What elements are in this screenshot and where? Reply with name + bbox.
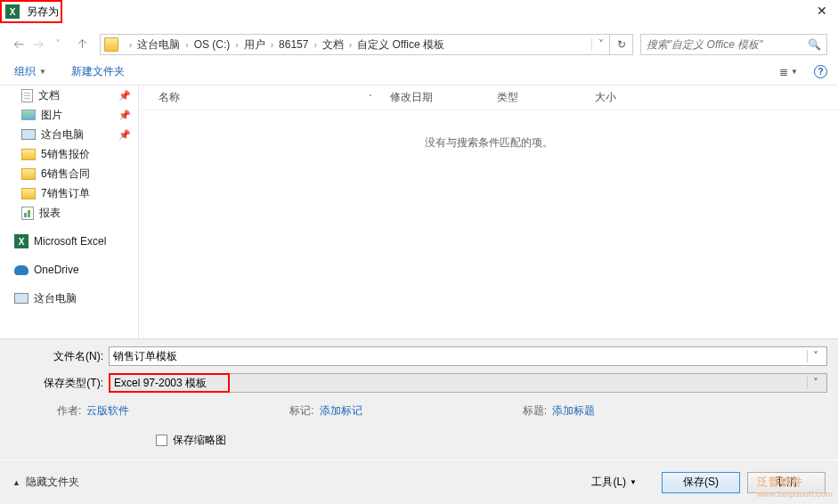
back-button[interactable]: 🡠 xyxy=(9,35,28,54)
chevron-down-icon: ▼ xyxy=(630,478,637,486)
sidebar-item-label: 这台电脑 xyxy=(41,127,84,142)
folder-icon xyxy=(104,37,118,52)
filetype-combo[interactable]: Excel 97-2003 模板 xyxy=(109,373,230,393)
monitor-icon xyxy=(14,293,28,304)
sidebar-item-onedrive[interactable]: OneDrive xyxy=(0,260,138,280)
monitor-icon xyxy=(21,129,36,140)
breadcrumb[interactable]: 文档 xyxy=(322,37,344,53)
sidebar-item-documents[interactable]: 文档📌 xyxy=(0,85,138,105)
sidebar-item-label: 5销售报价 xyxy=(41,147,90,162)
organize-label: 组织 xyxy=(14,64,36,79)
filetype-label: 保存类型(T): xyxy=(27,376,103,391)
save-button[interactable]: 保存(S) xyxy=(662,472,740,493)
filetype-value: Excel 97-2003 模板 xyxy=(114,376,207,391)
new-folder-label: 新建文件夹 xyxy=(71,64,125,79)
title-label: 标题: xyxy=(523,404,547,417)
sidebar-item-label: 6销售合同 xyxy=(41,167,90,182)
sidebar-item-reports[interactable]: 报表 xyxy=(0,203,138,223)
breadcrumb[interactable]: OS (C:) xyxy=(194,38,231,51)
address-dropdown[interactable]: ˅ xyxy=(591,38,609,51)
author-label: 作者: xyxy=(57,404,81,417)
breadcrumb[interactable]: 86157 xyxy=(279,38,308,51)
chevron-down-icon: ▼ xyxy=(39,68,46,76)
organize-menu[interactable]: 组织▼ xyxy=(14,64,46,79)
chevron-right-icon[interactable]: › xyxy=(185,40,188,50)
breadcrumb[interactable]: 用户 xyxy=(244,37,265,53)
help-button[interactable]: ? xyxy=(814,65,827,78)
col-size[interactable]: 大小 xyxy=(595,90,666,105)
cancel-label: 取消 xyxy=(776,475,797,490)
pin-icon[interactable]: 📌 xyxy=(118,90,131,102)
search-icon[interactable]: 🔍 xyxy=(808,38,821,51)
sidebar-item-label: 这台电脑 xyxy=(34,291,77,306)
filetype-combo-ext[interactable]: ˅ xyxy=(230,373,827,393)
sidebar-item-label: OneDrive xyxy=(34,264,79,276)
chevron-down-icon[interactable]: ˅ xyxy=(807,350,823,362)
cloud-icon xyxy=(14,265,28,275)
folder-icon xyxy=(21,149,36,160)
picture-icon xyxy=(21,110,36,120)
sidebar-item-folder[interactable]: 5销售报价 xyxy=(0,144,138,164)
address-bar[interactable]: › 这台电脑› OS (C:)› 用户› 86157› 文档› 自定义 Offi… xyxy=(100,34,633,55)
sidebar-item-thispc[interactable]: 这台电脑📌 xyxy=(0,125,138,144)
tag-label: 标记: xyxy=(289,404,313,417)
refresh-button[interactable]: ↻ xyxy=(609,35,632,54)
sidebar-item-excel[interactable]: XMicrosoft Excel xyxy=(0,232,138,251)
sidebar-item-label: 7销售订单 xyxy=(41,186,90,201)
col-label: 名称 xyxy=(159,90,180,105)
sidebar-item-pictures[interactable]: 图片📌 xyxy=(0,105,138,125)
chevron-down-icon[interactable]: ˅ xyxy=(807,377,823,389)
breadcrumb[interactable]: 自定义 Office 模板 xyxy=(357,37,444,53)
sidebar-item-label: 报表 xyxy=(39,206,61,221)
empty-message: 没有与搜索条件匹配的项。 xyxy=(139,135,838,150)
pin-icon[interactable]: 📌 xyxy=(118,129,131,141)
pin-icon[interactable]: 📌 xyxy=(118,110,131,121)
chevron-right-icon[interactable]: › xyxy=(129,40,132,50)
file-list-pane: 名称˄ 修改日期 类型 大小 没有与搜索条件匹配的项。 xyxy=(139,85,838,338)
sidebar-item-folder[interactable]: 6销售合同 xyxy=(0,164,138,183)
nav-bar: 🡠 🡢 ˅ 🡡 › 这台电脑› OS (C:)› 用户› 86157› 文档› … xyxy=(0,31,838,58)
filename-input[interactable] xyxy=(113,350,807,362)
breadcrumb[interactable]: 这台电脑 xyxy=(137,37,180,53)
sidebar: 文档📌 图片📌 这台电脑📌 5销售报价 6销售合同 7销售订单 报表 XMicr… xyxy=(0,85,139,338)
cancel-button[interactable]: 取消 xyxy=(747,472,826,493)
search-input[interactable] xyxy=(641,35,826,54)
tools-label: 工具(L) xyxy=(591,475,626,490)
sidebar-item-label: 图片 xyxy=(41,108,62,123)
col-name[interactable]: 名称˄ xyxy=(159,90,390,105)
view-options-button[interactable]: ≣▼ xyxy=(779,66,798,78)
col-type[interactable]: 类型 xyxy=(497,90,595,105)
title-value[interactable]: 添加标题 xyxy=(552,404,595,417)
sort-indicator-icon: ˄ xyxy=(369,93,372,102)
hide-folders-label: 隐藏文件夹 xyxy=(26,475,79,490)
document-icon xyxy=(21,89,33,102)
thumbnail-label[interactable]: 保存缩略图 xyxy=(173,433,226,448)
sidebar-item-pc[interactable]: 这台电脑 xyxy=(0,289,138,308)
thumbnail-checkbox[interactable] xyxy=(156,435,167,446)
tag-value[interactable]: 添加标记 xyxy=(320,404,362,417)
col-date[interactable]: 修改日期 xyxy=(390,90,497,105)
save-label: 保存(S) xyxy=(683,475,719,490)
sidebar-item-folder[interactable]: 7销售订单 xyxy=(0,183,138,203)
chevron-right-icon[interactable]: › xyxy=(349,40,352,50)
window-title: 另存为 xyxy=(27,4,59,20)
tools-menu[interactable]: 工具(L)▼ xyxy=(591,475,637,490)
filename-label: 文件名(N): xyxy=(27,349,103,364)
folder-icon xyxy=(21,188,36,199)
chevron-right-icon[interactable]: › xyxy=(313,40,316,50)
recent-dropdown[interactable]: ˅ xyxy=(48,35,68,54)
up-button[interactable]: 🡡 xyxy=(73,35,93,54)
author-value[interactable]: 云版软件 xyxy=(86,404,129,417)
chevron-right-icon[interactable]: › xyxy=(235,40,238,50)
new-folder-button[interactable]: 新建文件夹 xyxy=(71,64,125,79)
hide-folders-toggle[interactable]: ▲隐藏文件夹 xyxy=(12,475,79,490)
sidebar-item-label: 文档 xyxy=(38,88,60,103)
excel-icon: X xyxy=(14,234,28,248)
sidebar-item-label: Microsoft Excel xyxy=(34,235,106,248)
chevron-right-icon[interactable]: › xyxy=(271,40,273,50)
triangle-up-icon: ▲ xyxy=(12,478,20,487)
search-box[interactable]: 🔍 xyxy=(640,34,827,55)
folder-icon xyxy=(21,168,36,180)
close-icon[interactable]: ✕ xyxy=(817,4,827,18)
filename-combo[interactable]: ˅ xyxy=(109,346,827,366)
